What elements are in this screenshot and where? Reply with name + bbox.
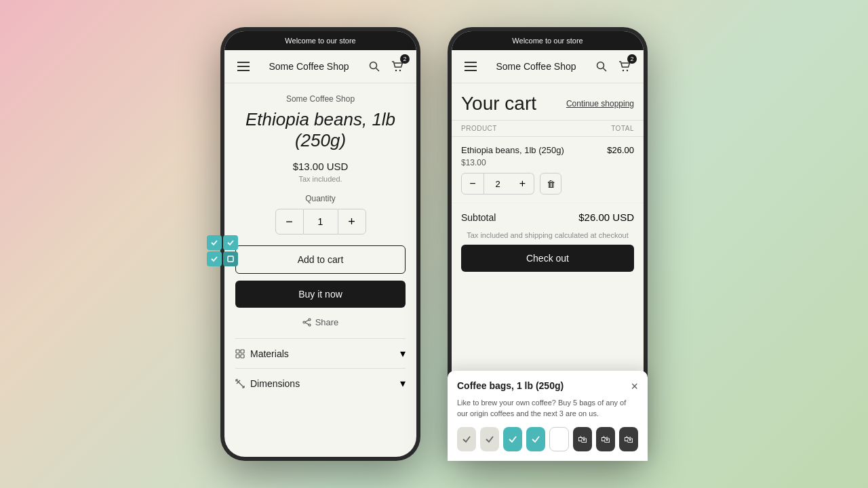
accordion-materials-label: Materials [250,348,289,359]
search-icon-2[interactable] [592,57,611,76]
product-title: Ethiopia beans, 1lb (250g) [235,109,406,151]
store-title-2: Some Coffee Shop [496,60,576,73]
col-total: TOTAL [611,125,634,132]
cart-header-row: Your cart Continue shopping [452,83,644,120]
svg-rect-21 [228,256,233,262]
add-to-cart-button[interactable]: Add to cart [235,245,406,274]
accordion-materials[interactable]: Materials ▾ [235,338,406,368]
subtotal-label: Subtotal [461,212,496,223]
cart-quantity-increase[interactable]: + [511,173,534,195]
svg-rect-23 [465,66,477,67]
header-icons-2: 2 [592,57,634,76]
cart-item-total: $26.00 [607,145,634,155]
search-icon[interactable] [365,57,384,76]
svg-point-9 [303,321,305,323]
svg-rect-0 [237,62,250,63]
svg-line-10 [305,321,309,323]
svg-point-28 [627,70,628,71]
chevron-down-icon-1: ▾ [400,347,406,360]
cart-page-title: Your cart [461,93,536,115]
cart-quantity-value: 2 [484,173,511,195]
svg-line-4 [376,68,379,72]
popup-icon-5 [549,427,569,451]
phone-1-screen: Welcome to our store Some Coffee Shop [224,31,416,457]
cart-icon-1[interactable]: 2 [388,57,407,76]
cart-qty-row: − 2 + 🗑 [461,173,634,195]
cart-quantity-decrease[interactable]: − [461,173,484,195]
banner-text-1: Welcome to our store [285,37,355,45]
quantity-decrease[interactable]: − [275,209,304,235]
hamburger-icon-2[interactable] [461,57,480,76]
svg-point-5 [395,70,397,71]
product-price: $13.00 USD [235,161,406,172]
store-banner-2: Welcome to our store [452,31,644,50]
cart-delete-button[interactable]: 🗑 [540,173,561,195]
buy-now-button[interactable]: Buy it now [235,281,406,308]
svg-rect-2 [237,70,250,71]
svg-point-25 [597,62,604,69]
popup-description: Like to brew your own coffee? Buy 5 bags… [457,398,638,419]
cart-qty-control: − 2 + [461,173,534,195]
icon-overlay [207,235,238,266]
store-title-1: Some Coffee Shop [269,60,349,73]
store-header-2: Some Coffee Shop 2 [452,50,644,83]
popup-icon-8: 🛍 [619,427,638,451]
cart-popup: Coffee bags, 1 lb (250g) × Like to brew … [452,371,644,457]
share-label: Share [315,317,339,327]
cart-subtotal-row: Subtotal $26.00 USD [452,203,644,231]
svg-rect-22 [465,62,477,63]
svg-line-26 [603,68,606,72]
quantity-value: 1 [304,209,338,235]
popup-icon-1 [457,427,476,451]
header-icons-1: 2 [365,57,407,76]
store-header-1: Some Coffee Shop 2 [224,50,416,83]
cart-tax-note: Tax included and shipping calculated at … [452,231,644,245]
phone-2-screen: Welcome to our store Some Coffee Shop [452,31,644,457]
accordion-dimensions-label: Dimensions [250,378,300,389]
product-tax: Tax included. [235,175,406,183]
cart-icon-2[interactable]: 2 [615,57,634,76]
continue-shopping-link[interactable]: Continue shopping [566,99,634,108]
svg-rect-24 [465,70,477,71]
share-button[interactable]: Share [235,317,406,327]
popup-icon-3 [503,427,522,451]
svg-point-7 [309,319,311,321]
svg-point-27 [623,70,624,71]
cart-item-row: Ethiopia beans, 1lb (250g) $26.00 $13.00… [452,137,644,203]
product-brand: Some Coffee Shop [235,94,406,104]
popup-icon-7: 🛍 [596,427,615,451]
cart-badge-2: 2 [627,54,637,64]
svg-point-3 [370,62,376,69]
quantity-control: − 1 + [235,209,406,235]
product-page: Some Coffee Shop Ethiopia beans, 1lb (25… [224,83,416,457]
cart-item-price: $13.00 [461,158,634,167]
checkout-button[interactable]: Check out [461,245,634,272]
overlay-icon-3 [207,251,222,266]
popup-icon-2 [480,427,499,451]
svg-rect-15 [241,354,244,358]
hamburger-icon[interactable] [234,57,253,76]
banner-text-2: Welcome to our store [512,37,583,45]
svg-rect-1 [237,66,250,67]
svg-point-8 [309,324,311,326]
popup-title: Coffee bags, 1 lb (250g) [457,380,564,391]
popup-close-button[interactable]: × [631,380,638,392]
quantity-label: Quantity [235,194,406,203]
chevron-down-icon-2: ▾ [400,377,406,390]
quantity-increase[interactable]: + [338,209,366,235]
phone-2: Welcome to our store Some Coffee Shop [448,27,648,461]
phone-1: Welcome to our store Some Coffee Shop [220,27,420,461]
accordion-dimensions[interactable]: Dimensions ▾ [235,368,406,398]
svg-rect-14 [236,354,239,358]
overlay-icon-4 [223,251,238,266]
cart-badge-1: 2 [400,54,410,64]
svg-line-11 [305,323,309,325]
col-product: PRODUCT [461,125,497,132]
svg-rect-12 [236,350,239,353]
overlay-icon-1 [207,235,222,250]
overlay-icon-2 [223,235,238,250]
popup-icon-4 [526,427,545,451]
subtotal-amount: $26.00 USD [578,211,634,223]
svg-point-6 [399,70,401,71]
svg-rect-13 [241,350,244,353]
